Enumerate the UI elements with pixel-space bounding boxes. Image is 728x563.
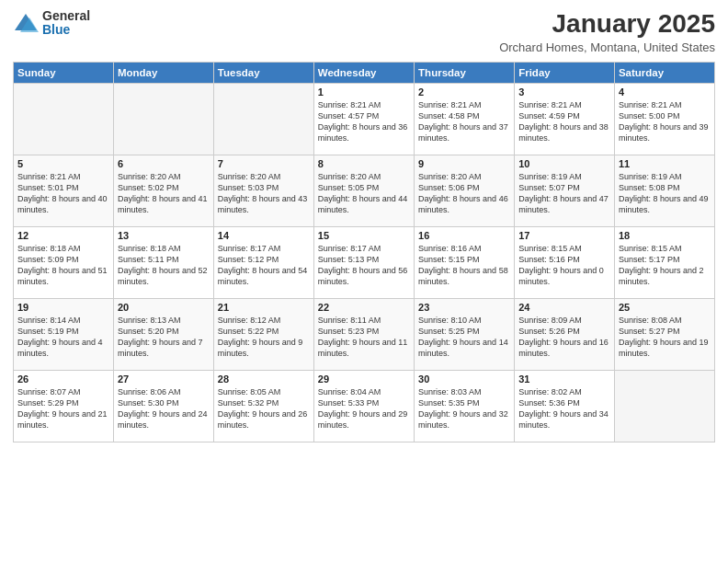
day-info: Sunrise: 8:21 AMSunset: 4:58 PMDaylight:… xyxy=(418,99,510,144)
calendar-day-cell: 5Sunrise: 8:21 AMSunset: 5:01 PMDaylight… xyxy=(14,155,114,227)
day-info: Sunrise: 8:21 AMSunset: 4:57 PMDaylight:… xyxy=(318,99,410,144)
day-number: 31 xyxy=(518,373,610,385)
header-saturday: Saturday xyxy=(614,63,714,84)
calendar-day-cell: 6Sunrise: 8:20 AMSunset: 5:02 PMDaylight… xyxy=(113,155,213,227)
day-number: 23 xyxy=(418,302,510,313)
calendar-week-row-1: 1Sunrise: 8:21 AMSunset: 4:57 PMDaylight… xyxy=(14,84,715,155)
day-info: Sunrise: 8:05 AMSunset: 5:32 PMDaylight:… xyxy=(218,386,310,431)
calendar-day-cell: 11Sunrise: 8:19 AMSunset: 5:08 PMDayligh… xyxy=(614,155,714,227)
day-info: Sunrise: 8:21 AMSunset: 5:01 PMDaylight:… xyxy=(17,171,109,216)
day-info: Sunrise: 8:08 AMSunset: 5:27 PMDaylight:… xyxy=(619,315,711,360)
weekday-header-row: Sunday Monday Tuesday Wednesday Thursday… xyxy=(14,63,715,84)
day-number: 11 xyxy=(619,158,711,169)
calendar-day-cell: 24Sunrise: 8:09 AMSunset: 5:26 PMDayligh… xyxy=(515,299,615,371)
calendar-day-cell: 22Sunrise: 8:11 AMSunset: 5:23 PMDayligh… xyxy=(313,299,414,371)
day-info: Sunrise: 8:20 AMSunset: 5:02 PMDaylight:… xyxy=(118,171,210,216)
day-number: 2 xyxy=(418,86,510,98)
calendar-day-cell: 25Sunrise: 8:08 AMSunset: 5:27 PMDayligh… xyxy=(614,299,714,371)
day-number: 1 xyxy=(318,86,410,98)
day-info: Sunrise: 8:07 AMSunset: 5:29 PMDaylight:… xyxy=(17,386,109,431)
day-info: Sunrise: 8:21 AMSunset: 5:00 PMDaylight:… xyxy=(619,99,711,144)
calendar-day-cell: 20Sunrise: 8:13 AMSunset: 5:20 PMDayligh… xyxy=(113,299,213,371)
day-info: Sunrise: 8:03 AMSunset: 5:35 PMDaylight:… xyxy=(418,386,510,431)
day-number: 21 xyxy=(218,302,310,313)
calendar-week-row-4: 19Sunrise: 8:14 AMSunset: 5:19 PMDayligh… xyxy=(14,299,715,371)
calendar-day-cell: 9Sunrise: 8:20 AMSunset: 5:06 PMDaylight… xyxy=(415,155,515,227)
calendar-day-cell: 23Sunrise: 8:10 AMSunset: 5:25 PMDayligh… xyxy=(415,299,515,371)
calendar-day-cell xyxy=(14,84,114,155)
calendar-day-cell: 14Sunrise: 8:17 AMSunset: 5:12 PMDayligh… xyxy=(213,227,313,299)
day-info: Sunrise: 8:16 AMSunset: 5:15 PMDaylight:… xyxy=(418,243,510,288)
day-number: 25 xyxy=(619,302,711,313)
header-thursday: Thursday xyxy=(415,63,515,84)
day-info: Sunrise: 8:18 AMSunset: 5:11 PMDaylight:… xyxy=(118,243,210,288)
day-number: 4 xyxy=(619,86,711,98)
calendar-week-row-2: 5Sunrise: 8:21 AMSunset: 5:01 PMDaylight… xyxy=(14,155,715,227)
header-monday: Monday xyxy=(113,63,213,84)
day-info: Sunrise: 8:15 AMSunset: 5:16 PMDaylight:… xyxy=(518,243,610,288)
day-info: Sunrise: 8:20 AMSunset: 5:05 PMDaylight:… xyxy=(318,171,410,216)
day-number: 6 xyxy=(118,158,210,169)
day-info: Sunrise: 8:04 AMSunset: 5:33 PMDaylight:… xyxy=(318,386,410,431)
day-info: Sunrise: 8:20 AMSunset: 5:06 PMDaylight:… xyxy=(418,171,510,216)
day-number: 15 xyxy=(318,230,410,241)
calendar-day-cell xyxy=(614,371,714,442)
calendar-day-cell: 17Sunrise: 8:15 AMSunset: 5:16 PMDayligh… xyxy=(515,227,615,299)
day-info: Sunrise: 8:19 AMSunset: 5:07 PMDaylight:… xyxy=(518,171,610,216)
calendar-day-cell: 30Sunrise: 8:03 AMSunset: 5:35 PMDayligh… xyxy=(415,371,515,442)
calendar-day-cell: 27Sunrise: 8:06 AMSunset: 5:30 PMDayligh… xyxy=(113,371,213,442)
calendar-week-row-5: 26Sunrise: 8:07 AMSunset: 5:29 PMDayligh… xyxy=(14,371,715,442)
calendar-day-cell: 12Sunrise: 8:18 AMSunset: 5:09 PMDayligh… xyxy=(14,227,114,299)
day-info: Sunrise: 8:14 AMSunset: 5:19 PMDaylight:… xyxy=(17,315,109,360)
month-title: January 2025 xyxy=(499,9,715,39)
logo: General Blue xyxy=(13,9,90,38)
day-info: Sunrise: 8:15 AMSunset: 5:17 PMDaylight:… xyxy=(619,243,711,288)
day-number: 17 xyxy=(518,230,610,241)
calendar-day-cell: 26Sunrise: 8:07 AMSunset: 5:29 PMDayligh… xyxy=(14,371,114,442)
day-number: 5 xyxy=(17,158,109,169)
day-number: 12 xyxy=(17,230,109,241)
day-info: Sunrise: 8:21 AMSunset: 4:59 PMDaylight:… xyxy=(518,99,610,144)
header-wednesday: Wednesday xyxy=(313,63,414,84)
calendar-day-cell: 18Sunrise: 8:15 AMSunset: 5:17 PMDayligh… xyxy=(614,227,714,299)
day-number: 22 xyxy=(318,302,410,313)
day-number: 19 xyxy=(17,302,109,313)
day-number: 14 xyxy=(218,230,310,241)
day-info: Sunrise: 8:13 AMSunset: 5:20 PMDaylight:… xyxy=(118,315,210,360)
calendar-table: Sunday Monday Tuesday Wednesday Thursday… xyxy=(13,62,715,442)
day-number: 10 xyxy=(518,158,610,169)
logo-general-text: General xyxy=(42,9,90,23)
calendar-day-cell: 28Sunrise: 8:05 AMSunset: 5:32 PMDayligh… xyxy=(213,371,313,442)
logo-blue-text: Blue xyxy=(42,23,90,37)
day-info: Sunrise: 8:10 AMSunset: 5:25 PMDaylight:… xyxy=(418,315,510,360)
calendar-day-cell: 15Sunrise: 8:17 AMSunset: 5:13 PMDayligh… xyxy=(313,227,414,299)
day-number: 24 xyxy=(518,302,610,313)
calendar-day-cell: 19Sunrise: 8:14 AMSunset: 5:19 PMDayligh… xyxy=(14,299,114,371)
day-number: 27 xyxy=(118,373,210,385)
calendar-day-cell: 21Sunrise: 8:12 AMSunset: 5:22 PMDayligh… xyxy=(213,299,313,371)
calendar-day-cell: 4Sunrise: 8:21 AMSunset: 5:00 PMDaylight… xyxy=(614,84,714,155)
day-number: 26 xyxy=(17,373,109,385)
day-number: 30 xyxy=(418,373,510,385)
day-number: 20 xyxy=(118,302,210,313)
header-tuesday: Tuesday xyxy=(213,63,313,84)
calendar-day-cell xyxy=(113,84,213,155)
day-number: 13 xyxy=(118,230,210,241)
day-info: Sunrise: 8:20 AMSunset: 5:03 PMDaylight:… xyxy=(218,171,310,216)
location-text: Orchard Homes, Montana, United States xyxy=(499,40,715,54)
logo-text: General Blue xyxy=(42,9,90,38)
day-info: Sunrise: 8:12 AMSunset: 5:22 PMDaylight:… xyxy=(218,315,310,360)
day-number: 9 xyxy=(418,158,510,169)
page-header: General Blue January 2025 Orchard Homes,… xyxy=(13,9,715,54)
day-number: 29 xyxy=(318,373,410,385)
calendar-day-cell: 3Sunrise: 8:21 AMSunset: 4:59 PMDaylight… xyxy=(515,84,615,155)
header-sunday: Sunday xyxy=(14,63,114,84)
day-info: Sunrise: 8:17 AMSunset: 5:12 PMDaylight:… xyxy=(218,243,310,288)
day-number: 18 xyxy=(619,230,711,241)
title-block: January 2025 Orchard Homes, Montana, Uni… xyxy=(499,9,715,54)
calendar-week-row-3: 12Sunrise: 8:18 AMSunset: 5:09 PMDayligh… xyxy=(14,227,715,299)
day-info: Sunrise: 8:11 AMSunset: 5:23 PMDaylight:… xyxy=(318,315,410,360)
calendar-day-cell: 1Sunrise: 8:21 AMSunset: 4:57 PMDaylight… xyxy=(313,84,414,155)
day-number: 7 xyxy=(218,158,310,169)
calendar-day-cell: 16Sunrise: 8:16 AMSunset: 5:15 PMDayligh… xyxy=(415,227,515,299)
